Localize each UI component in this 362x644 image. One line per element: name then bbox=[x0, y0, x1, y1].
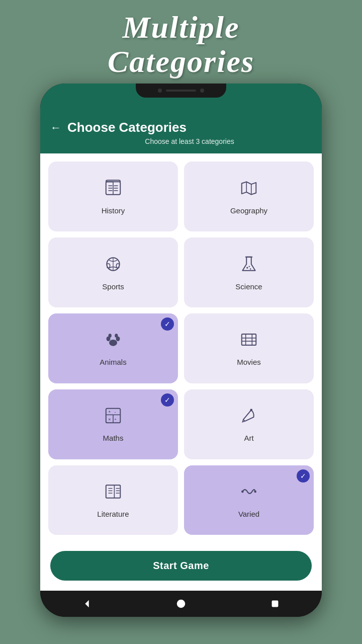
sports-icon bbox=[104, 255, 123, 278]
svg-text:-: - bbox=[114, 410, 116, 414]
phone-mockup: ← Choose Categories Choose at least 3 ca… bbox=[40, 84, 322, 617]
maths-icon: + - × ÷ bbox=[104, 406, 123, 430]
category-card-geography[interactable]: Geography bbox=[184, 162, 314, 231]
movies-icon bbox=[239, 330, 258, 354]
categories-grid: History Geography bbox=[40, 153, 322, 543]
back-button[interactable]: ← bbox=[50, 121, 61, 134]
category-card-maths[interactable]: ✓ + - × ÷ Maths bbox=[48, 389, 178, 459]
history-label: History bbox=[102, 206, 125, 215]
category-card-movies[interactable]: Movies bbox=[184, 313, 314, 383]
animals-icon bbox=[104, 330, 123, 354]
header-title: Choose Categories bbox=[67, 120, 187, 135]
svg-marker-45 bbox=[85, 600, 89, 608]
varied-icon bbox=[239, 482, 258, 506]
svg-point-20 bbox=[109, 334, 112, 338]
svg-point-44 bbox=[254, 491, 256, 493]
literature-label: Literature bbox=[97, 510, 129, 518]
svg-rect-35 bbox=[106, 485, 121, 498]
start-game-area: Start Game bbox=[40, 543, 322, 591]
science-label: Science bbox=[235, 282, 262, 291]
animals-label: Animals bbox=[100, 358, 126, 366]
svg-text:×: × bbox=[109, 417, 111, 422]
svg-rect-22 bbox=[242, 334, 256, 345]
notch-dot-1 bbox=[158, 89, 162, 93]
svg-point-14 bbox=[246, 267, 248, 268]
movies-label: Movies bbox=[237, 358, 261, 366]
header-subtitle: Choose at least 3 categories bbox=[67, 137, 312, 145]
varied-label: Varied bbox=[238, 510, 259, 518]
app-header: ← Choose Categories Choose at least 3 ca… bbox=[40, 114, 322, 153]
svg-rect-47 bbox=[272, 601, 278, 607]
start-game-button[interactable]: Start Game bbox=[50, 551, 312, 581]
phone-nav-bar bbox=[40, 591, 322, 617]
maths-label: Maths bbox=[103, 434, 124, 442]
category-card-varied[interactable]: ✓ Varied bbox=[184, 465, 314, 535]
nav-recent-icon[interactable] bbox=[265, 594, 285, 614]
nav-home-icon[interactable] bbox=[171, 594, 191, 614]
animals-check-badge: ✓ bbox=[161, 317, 174, 331]
category-card-history[interactable]: History bbox=[48, 162, 178, 231]
history-icon bbox=[104, 179, 123, 202]
svg-point-15 bbox=[250, 268, 251, 269]
notch-dot-2 bbox=[200, 89, 204, 93]
art-label: Art bbox=[244, 434, 253, 442]
nav-back-icon[interactable] bbox=[77, 594, 97, 614]
svg-point-46 bbox=[177, 600, 186, 608]
art-icon bbox=[239, 406, 258, 430]
phone-notch-area bbox=[40, 84, 322, 114]
svg-point-21 bbox=[115, 334, 118, 338]
phone-screen: ← Choose Categories Choose at least 3 ca… bbox=[40, 114, 322, 591]
sports-label: Sports bbox=[102, 282, 124, 291]
svg-text:+: + bbox=[109, 410, 111, 414]
category-card-sports[interactable]: Sports bbox=[48, 237, 178, 307]
svg-point-16 bbox=[249, 266, 250, 267]
header-top: ← Choose Categories bbox=[50, 120, 312, 135]
phone-notch bbox=[136, 84, 226, 98]
svg-point-43 bbox=[241, 491, 244, 493]
literature-icon bbox=[104, 482, 123, 506]
category-card-art[interactable]: Art bbox=[184, 389, 314, 459]
category-card-science[interactable]: Science bbox=[184, 237, 314, 307]
varied-check-badge: ✓ bbox=[297, 469, 310, 482]
svg-text:÷: ÷ bbox=[114, 418, 116, 422]
svg-point-34 bbox=[250, 409, 252, 412]
geography-label: Geography bbox=[230, 206, 267, 215]
geography-icon bbox=[239, 179, 258, 202]
maths-check-badge: ✓ bbox=[161, 393, 174, 407]
category-card-literature[interactable]: Literature bbox=[48, 465, 178, 535]
science-icon bbox=[239, 255, 258, 278]
category-card-animals[interactable]: ✓ Animals bbox=[48, 313, 178, 383]
notch-bar bbox=[166, 90, 196, 92]
page-background-title: Multiple Categories bbox=[108, 10, 254, 78]
svg-point-17 bbox=[109, 340, 117, 346]
